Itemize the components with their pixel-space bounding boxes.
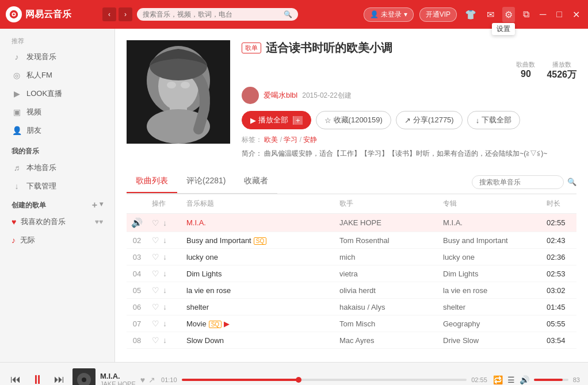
- track-title[interactable]: lucky one: [186, 253, 218, 261]
- sidebar-item-liked-music[interactable]: ♥ 我喜欢的音乐 ♥♥: [0, 213, 114, 231]
- expand-playlists-button[interactable]: ▾: [100, 200, 103, 210]
- tag-1[interactable]: 学习: [284, 136, 297, 144]
- sidebar-item-video[interactable]: ▣ 视频: [0, 103, 114, 121]
- track-album[interactable]: Busy and Important: [443, 236, 508, 245]
- track-title[interactable]: la vie en rose: [186, 286, 231, 295]
- download-track-button[interactable]: ↓: [163, 286, 167, 295]
- download-track-button[interactable]: ↓: [163, 252, 167, 261]
- close-button[interactable]: ✕: [570, 7, 582, 22]
- track-duration: 02:53: [542, 265, 576, 282]
- track-artist[interactable]: Tom Rosenthal: [339, 236, 390, 245]
- vip-button[interactable]: 开通VIP: [419, 7, 457, 22]
- track-album[interactable]: Dim Lights: [443, 270, 478, 278]
- download-track-button[interactable]: ↓: [163, 269, 167, 278]
- download-track-button[interactable]: ↓: [163, 336, 167, 345]
- like-track-button[interactable]: ♡: [152, 302, 159, 311]
- track-title[interactable]: Busy and Important: [186, 236, 251, 245]
- loop-mode-button[interactable]: 🔁: [493, 375, 503, 384]
- current-title[interactable]: M.I.A.: [100, 372, 136, 380]
- total-time: 02:55: [471, 376, 487, 383]
- progress-bar[interactable]: [182, 379, 467, 381]
- current-artist[interactable]: JAKE HOPE: [100, 380, 136, 385]
- track-album[interactable]: M.I.A.: [443, 218, 463, 227]
- track-artist[interactable]: olivia herdt: [339, 286, 376, 295]
- track-search-input[interactable]: [472, 175, 564, 189]
- like-track-button[interactable]: ♡: [152, 319, 159, 328]
- like-track-button[interactable]: ♡: [152, 218, 159, 228]
- track-artist[interactable]: mich: [339, 253, 355, 261]
- track-title[interactable]: M.I.A.: [186, 218, 206, 227]
- shirt-icon-button[interactable]: 👕: [463, 7, 479, 22]
- like-action-icon[interactable]: ♥♥: [95, 218, 103, 226]
- playlist-button[interactable]: ☰: [507, 375, 515, 384]
- collect-button[interactable]: ☆ 收藏(1200159): [316, 111, 391, 129]
- creator-name[interactable]: 爱喝水blbl: [264, 90, 297, 101]
- tag-2[interactable]: 安静: [303, 136, 317, 144]
- track-artist[interactable]: Tom Misch: [339, 319, 375, 328]
- pause-button[interactable]: ⏸: [29, 370, 46, 386]
- download-track-button[interactable]: ↓: [163, 302, 167, 311]
- like-track-button[interactable]: ♡: [152, 269, 159, 278]
- track-artist[interactable]: Mac Ayres: [339, 336, 374, 345]
- like-track-button[interactable]: ♡: [152, 336, 159, 345]
- share-button[interactable]: ↗ 分享(12775): [396, 111, 463, 129]
- search-input[interactable]: [143, 10, 280, 18]
- video-label: 视频: [26, 107, 41, 117]
- tab-songs[interactable]: 歌曲列表: [127, 170, 177, 193]
- tab-comments[interactable]: 评论(2281): [177, 170, 235, 193]
- minimize-button[interactable]: ─: [537, 7, 548, 22]
- sidebar-item-private-fm[interactable]: ◎ 私人FM: [0, 66, 114, 84]
- volume-bar[interactable]: [534, 379, 568, 381]
- maximize-button[interactable]: □: [554, 7, 564, 22]
- download-track-button[interactable]: ↓: [163, 236, 167, 245]
- track-album[interactable]: shelter: [443, 303, 465, 311]
- track-title[interactable]: Slow Down: [186, 336, 224, 345]
- play-all-button[interactable]: ▶ 播放全部 +: [242, 111, 311, 129]
- track-album[interactable]: Geography: [443, 319, 480, 328]
- window-split-button[interactable]: ⧉: [521, 7, 532, 22]
- track-artist[interactable]: hakaisu / Alys: [339, 303, 385, 311]
- forward-button[interactable]: ›: [119, 7, 132, 21]
- mail-icon-button[interactable]: ✉: [484, 7, 497, 22]
- track-album[interactable]: Drive Slow: [443, 336, 479, 345]
- sidebar-item-look-live[interactable]: ▶ LOOK直播: [0, 84, 114, 103]
- track-artist[interactable]: JAKE HOPE: [339, 218, 381, 227]
- track-title[interactable]: Movie: [186, 319, 207, 328]
- next-button[interactable]: ⏭: [52, 371, 67, 385]
- like-track-button[interactable]: ♡: [152, 236, 159, 245]
- recommend-title: 推荐: [0, 34, 114, 48]
- tag-0[interactable]: 欧美: [264, 136, 278, 144]
- liked-music-label: 我喜欢的音乐: [21, 217, 66, 227]
- sidebar-item-friends[interactable]: 👤 朋友: [0, 121, 114, 140]
- sidebar-item-discover[interactable]: ♪ 发现音乐: [0, 48, 114, 66]
- track-album[interactable]: la vie en rose: [443, 286, 487, 295]
- user-button[interactable]: 👤 未登录 ▾: [364, 7, 414, 22]
- download-all-button[interactable]: ↓ 下载全部: [467, 111, 521, 129]
- track-title[interactable]: Dim Lights: [186, 270, 222, 278]
- track-title[interactable]: shelter: [186, 303, 209, 311]
- track-album[interactable]: lucky one: [443, 253, 475, 261]
- sidebar-item-wuji[interactable]: ♪ 无际: [0, 231, 114, 249]
- download-track-button[interactable]: ↓: [163, 218, 167, 228]
- tab-collectors[interactable]: 收藏者: [235, 170, 277, 193]
- sidebar-item-download[interactable]: ↓ 下载管理: [0, 177, 114, 195]
- download-track-button[interactable]: ↓: [163, 319, 167, 328]
- back-button[interactable]: ‹: [102, 7, 116, 21]
- add-to-queue-button[interactable]: +: [293, 116, 303, 125]
- mv-icon[interactable]: ▶: [224, 319, 230, 328]
- like-current-button[interactable]: ♥: [140, 375, 145, 384]
- col-title: 音乐标题: [182, 194, 335, 214]
- friends-icon: 👤: [12, 125, 22, 136]
- like-track-button[interactable]: ♡: [152, 286, 159, 295]
- look-live-label: LOOK直播: [26, 88, 62, 99]
- private-fm-label: 私人FM: [26, 70, 52, 80]
- add-playlist-button[interactable]: +: [92, 200, 97, 210]
- volume-icon[interactable]: 🔊: [520, 375, 529, 384]
- track-artist[interactable]: vietra: [339, 270, 358, 278]
- settings-button[interactable]: ⚙: [502, 7, 515, 22]
- prev-button[interactable]: ⏮: [8, 371, 23, 385]
- sidebar-item-local-music[interactable]: ♬ 本地音乐: [0, 159, 114, 177]
- track-number: 04: [127, 265, 147, 282]
- like-track-button[interactable]: ♡: [152, 252, 159, 261]
- share-current-button[interactable]: ↗: [148, 375, 155, 384]
